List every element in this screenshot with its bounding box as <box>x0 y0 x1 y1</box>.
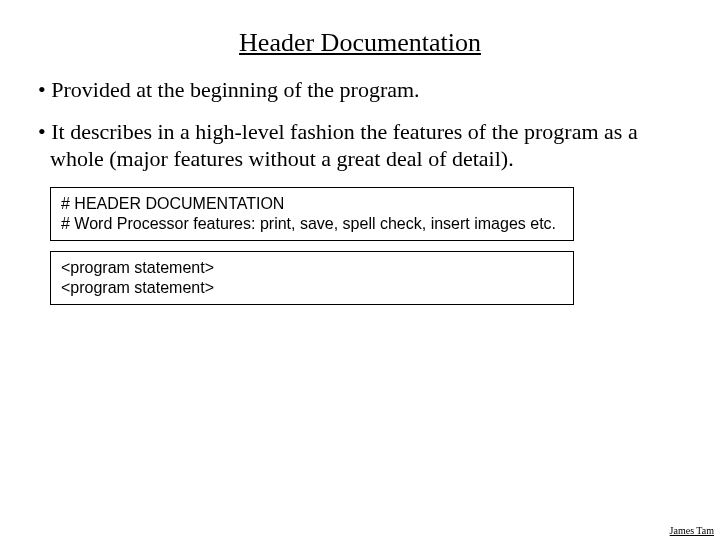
code-line: <program statement> <box>61 258 563 278</box>
code-box-header-doc: # HEADER DOCUMENTATION # Word Processor … <box>50 187 574 241</box>
slide-title: Header Documentation <box>0 0 720 76</box>
bullet-item: Provided at the beginning of the program… <box>38 76 680 104</box>
bullet-item: It describes in a high-level fashion the… <box>38 118 680 173</box>
slide: Header Documentation Provided at the beg… <box>0 0 720 540</box>
code-line: <program statement> <box>61 278 563 298</box>
code-box-program-statements: <program statement> <program statement> <box>50 251 574 305</box>
code-line: # Word Processor features: print, save, … <box>61 214 563 234</box>
bullet-list: Provided at the beginning of the program… <box>0 76 720 173</box>
code-line: # HEADER DOCUMENTATION <box>61 194 563 214</box>
author-credit: James Tam <box>670 525 714 536</box>
